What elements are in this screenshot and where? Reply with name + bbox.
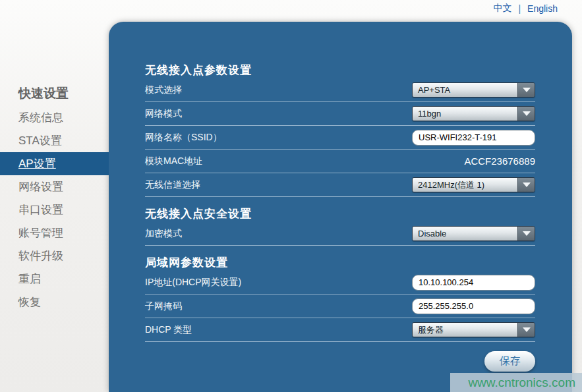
chevron-down-icon — [523, 182, 531, 187]
encryption-mode-label: 加密模式 — [145, 228, 182, 240]
watermark-banner: www.cntronics.com — [450, 373, 582, 392]
save-row: 保存 — [145, 351, 535, 372]
ip-address-input[interactable] — [412, 275, 535, 291]
subnet-mask-input[interactable] — [412, 298, 535, 314]
chevron-down-icon — [523, 231, 531, 236]
mode-select-label: 模式选择 — [145, 84, 182, 96]
row-wireless-channel: 无线信道选择 2412MHz(信道 1) — [145, 173, 535, 197]
sidebar-item-ap-settings[interactable]: AP设置 — [0, 152, 109, 175]
wireless-channel-label: 无线信道选择 — [145, 179, 200, 191]
chevron-down-icon — [523, 327, 531, 332]
dhcp-type-value[interactable]: 服务器 — [413, 323, 517, 337]
watermark-text: www.cntronics.com — [468, 376, 575, 390]
mode-select-value[interactable]: AP+STA — [413, 83, 517, 97]
mode-select-dropdown-button[interactable] — [517, 83, 535, 97]
sidebar-nav: 快速设置 系统信息 STA设置 AP设置 网络设置 串口设置 账号管理 软件升级… — [0, 81, 109, 314]
ip-address-label: IP地址(DHCP网关设置) — [145, 277, 241, 289]
row-mode-select: 模式选择 AP+STA — [145, 78, 535, 102]
ap-settings-panel: 无线接入点参数设置 模式选择 AP+STA 网络模式 11bgn 网络名称（SS… — [109, 22, 572, 392]
sidebar-item-sta-settings[interactable]: STA设置 — [0, 129, 109, 152]
wireless-channel-value[interactable]: 2412MHz(信道 1) — [413, 178, 517, 192]
encryption-mode-dropdown[interactable]: Disable — [412, 226, 535, 241]
ssid-input[interactable] — [412, 130, 535, 146]
network-mode-dropdown[interactable]: 11bgn — [412, 106, 535, 121]
chevron-down-icon — [523, 88, 531, 92]
lang-separator: | — [518, 3, 521, 14]
chevron-down-icon — [523, 111, 531, 116]
mac-address-label: 模块MAC地址 — [145, 155, 202, 167]
section-title-wireless-ap-security: 无线接入点安全设置 — [145, 206, 535, 222]
mac-address-value: ACCF23676889 — [464, 155, 535, 167]
row-mac-address: 模块MAC地址 ACCF23676889 — [145, 150, 535, 173]
wireless-channel-dropdown[interactable]: 2412MHz(信道 1) — [412, 177, 535, 192]
row-dhcp-type: DHCP 类型 服务器 — [145, 318, 535, 342]
sidebar-item-firmware-upgrade[interactable]: 软件升级 — [0, 244, 109, 267]
section-title-lan-params: 局域网参数设置 — [145, 255, 535, 271]
sidebar-item-quick-setup[interactable]: 快速设置 — [0, 81, 109, 106]
ssid-label: 网络名称（SSID） — [145, 132, 222, 144]
network-mode-dropdown-button[interactable] — [517, 107, 535, 121]
row-encryption-mode: 加密模式 Disable — [145, 222, 535, 246]
row-network-mode: 网络模式 11bgn — [145, 102, 535, 126]
lang-english-link[interactable]: English — [527, 3, 558, 14]
sidebar-item-restart[interactable]: 重启 — [0, 267, 109, 291]
row-subnet-mask: 子网掩码 — [145, 294, 535, 318]
encryption-mode-dropdown-button[interactable] — [517, 227, 535, 240]
dhcp-type-label: DHCP 类型 — [145, 324, 192, 336]
panel-content: 无线接入点参数设置 模式选择 AP+STA 网络模式 11bgn 网络名称（SS… — [145, 22, 535, 372]
language-bar: 中文 | English — [493, 0, 558, 17]
row-ssid: 网络名称（SSID） — [145, 126, 535, 150]
save-button[interactable]: 保存 — [484, 351, 535, 372]
sidebar-item-system-info[interactable]: 系统信息 — [0, 106, 109, 129]
network-mode-value[interactable]: 11bgn — [413, 107, 517, 121]
sidebar-item-restore[interactable]: 恢复 — [0, 291, 109, 314]
sidebar-item-serial-settings[interactable]: 串口设置 — [0, 198, 109, 221]
subnet-mask-label: 子网掩码 — [145, 300, 182, 312]
section-title-wireless-ap-params: 无线接入点参数设置 — [145, 63, 535, 78]
encryption-mode-value[interactable]: Disable — [413, 227, 517, 240]
network-mode-label: 网络模式 — [145, 108, 182, 120]
sidebar-item-account-management[interactable]: 账号管理 — [0, 221, 109, 244]
sidebar-item-network-settings[interactable]: 网络设置 — [0, 175, 109, 198]
lang-chinese-link[interactable]: 中文 — [493, 3, 511, 14]
dhcp-type-dropdown-button[interactable] — [517, 323, 535, 337]
wireless-channel-dropdown-button[interactable] — [517, 178, 535, 192]
mode-select-dropdown[interactable]: AP+STA — [412, 82, 535, 98]
dhcp-type-dropdown[interactable]: 服务器 — [412, 322, 535, 337]
row-ip-address: IP地址(DHCP网关设置) — [145, 271, 535, 294]
